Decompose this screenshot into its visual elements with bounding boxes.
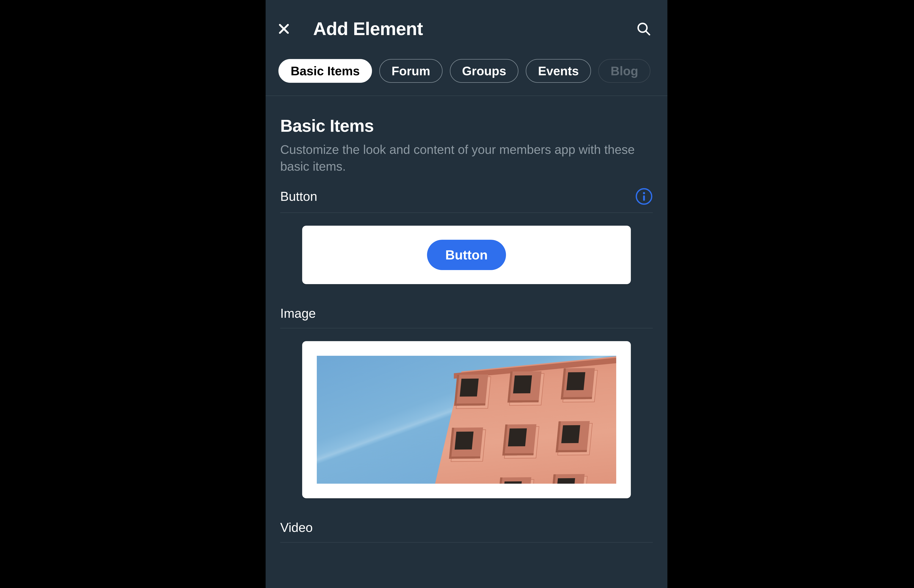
- top-bar: Add Element: [265, 0, 667, 50]
- button-preview-label: Button: [445, 247, 488, 262]
- page-title: Add Element: [313, 18, 615, 39]
- item-header-button: Button: [280, 187, 653, 213]
- tab-label: Blog: [611, 64, 638, 78]
- item-label-button: Button: [280, 189, 317, 204]
- section-description: Customize the look and content of your m…: [280, 141, 653, 175]
- tab-blog[interactable]: Blog: [598, 59, 650, 83]
- search-button[interactable]: [636, 21, 651, 36]
- category-tabs[interactable]: Basic Items Forum Groups Events Blog: [265, 50, 667, 96]
- svg-rect-6: [643, 195, 645, 201]
- content: Basic Items Customize the look and conte…: [265, 96, 667, 543]
- tab-label: Basic Items: [291, 64, 360, 78]
- search-icon: [637, 22, 650, 36]
- element-image-preview[interactable]: [302, 341, 631, 498]
- item-label-video: Video: [280, 520, 313, 535]
- svg-point-5: [643, 192, 645, 194]
- tab-label: Events: [538, 64, 579, 78]
- item-header-image: Image: [280, 306, 653, 328]
- section-heading: Basic Items: [280, 116, 653, 136]
- stage: Add Element Basic Items Forum Groups Eve…: [0, 0, 914, 588]
- tab-events[interactable]: Events: [526, 59, 591, 83]
- button-preview-pill: Button: [427, 240, 506, 270]
- tab-forum[interactable]: Forum: [379, 59, 443, 83]
- close-icon: [278, 23, 290, 34]
- close-button[interactable]: [277, 21, 291, 36]
- item-header-video: Video: [280, 520, 653, 543]
- info-button[interactable]: [635, 187, 653, 205]
- add-element-panel: Add Element Basic Items Forum Groups Eve…: [265, 0, 667, 588]
- svg-line-3: [646, 31, 649, 35]
- image-preview-illustration: [317, 356, 616, 484]
- element-button-preview[interactable]: Button: [302, 226, 631, 284]
- tab-groups[interactable]: Groups: [450, 59, 519, 83]
- building-illustration: [430, 356, 616, 484]
- tab-basic-items[interactable]: Basic Items: [278, 59, 372, 83]
- item-label-image: Image: [280, 306, 316, 321]
- tab-label: Forum: [391, 64, 430, 78]
- tab-label: Groups: [462, 64, 506, 78]
- info-icon: [635, 187, 653, 205]
